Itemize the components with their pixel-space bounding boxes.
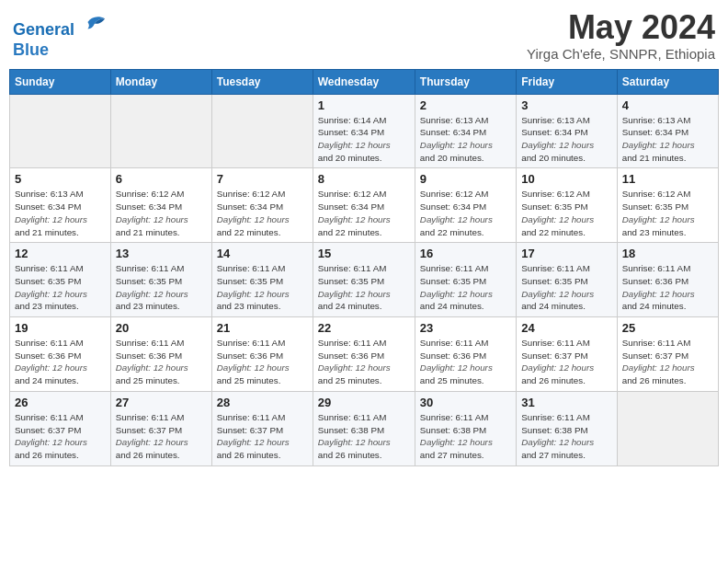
day-number: 28 [217, 396, 308, 409]
daylight-label: Daylight: 12 hours [116, 362, 207, 374]
day-number: 24 [521, 321, 612, 335]
sun-info-line: Sunrise: 6:12 AM [116, 188, 207, 201]
daylight-label: Daylight: 12 hours [420, 288, 511, 301]
column-header-friday: Friday [517, 69, 618, 94]
day-info: Sunrise: 6:11 AMSunset: 6:36 PMDaylight:… [622, 262, 713, 313]
daylight-label: Daylight: 12 hours [420, 436, 511, 449]
sun-info-line: Sunset: 6:36 PM [15, 350, 106, 362]
day-cell: 22Sunrise: 6:11 AMSunset: 6:36 PMDayligh… [313, 317, 415, 392]
day-info: Sunrise: 6:11 AMSunset: 6:37 PMDaylight:… [622, 337, 713, 387]
day-number: 18 [622, 247, 713, 260]
sun-info-line: and 22 minutes. [420, 226, 511, 239]
day-cell: 26Sunrise: 6:11 AMSunset: 6:37 PMDayligh… [10, 391, 111, 465]
sun-info-line: Sunset: 6:36 PM [420, 350, 511, 362]
daylight-label: Daylight: 12 hours [622, 288, 713, 301]
sun-info-line: Sunrise: 6:11 AM [622, 337, 713, 350]
sun-info-line: Sunrise: 6:13 AM [622, 114, 713, 127]
sun-info-line: Sunrise: 6:11 AM [116, 337, 207, 350]
sun-info-line: Sunrise: 6:11 AM [521, 337, 612, 350]
sun-info-line: Sunset: 6:35 PM [521, 275, 612, 288]
day-info: Sunrise: 6:12 AMSunset: 6:34 PMDaylight:… [318, 188, 410, 238]
sun-info-line: and 21 minutes. [622, 152, 713, 165]
daylight-label: Daylight: 12 hours [217, 436, 308, 449]
daylight-label: Daylight: 12 hours [521, 213, 612, 226]
sun-info-line: and 24 minutes. [622, 300, 713, 313]
logo-bird-icon [81, 9, 107, 35]
sun-info-line: Sunrise: 6:11 AM [15, 337, 106, 350]
day-info: Sunrise: 6:11 AMSunset: 6:36 PMDaylight:… [15, 337, 106, 387]
day-info: Sunrise: 6:11 AMSunset: 6:38 PMDaylight:… [318, 411, 410, 462]
week-row-4: 19Sunrise: 6:11 AMSunset: 6:36 PMDayligh… [10, 317, 719, 392]
week-row-5: 26Sunrise: 6:11 AMSunset: 6:37 PMDayligh… [10, 391, 719, 465]
day-cell: 7Sunrise: 6:12 AMSunset: 6:34 PMDaylight… [211, 168, 313, 243]
sun-info-line: Sunrise: 6:11 AM [116, 262, 207, 275]
location: Yirga Ch'efe, SNNPR, Ethiopia [527, 46, 715, 62]
sun-info-line: and 25 minutes. [217, 374, 308, 387]
sun-info-line: Sunset: 6:35 PM [420, 275, 511, 288]
sun-info-line: Sunrise: 6:12 AM [622, 188, 713, 201]
day-info: Sunrise: 6:11 AMSunset: 6:35 PMDaylight:… [318, 262, 410, 313]
day-info: Sunrise: 6:11 AMSunset: 6:36 PMDaylight:… [420, 337, 511, 387]
day-info: Sunrise: 6:11 AMSunset: 6:38 PMDaylight:… [420, 411, 511, 462]
daylight-label: Daylight: 12 hours [318, 213, 410, 226]
sun-info-line: and 24 minutes. [15, 374, 106, 387]
week-row-3: 12Sunrise: 6:11 AMSunset: 6:35 PMDayligh… [10, 243, 719, 317]
sun-info-line: and 24 minutes. [521, 300, 612, 313]
sun-info-line: Sunrise: 6:12 AM [420, 188, 511, 201]
day-info: Sunrise: 6:12 AMSunset: 6:34 PMDaylight:… [217, 188, 308, 238]
sun-info-line: Sunrise: 6:13 AM [15, 188, 106, 201]
sun-info-line: Sunset: 6:37 PM [15, 424, 106, 437]
day-info: Sunrise: 6:14 AMSunset: 6:34 PMDaylight:… [318, 114, 410, 165]
day-cell: 2Sunrise: 6:13 AMSunset: 6:34 PMDaylight… [415, 94, 516, 168]
day-cell: 21Sunrise: 6:11 AMSunset: 6:36 PMDayligh… [211, 317, 313, 392]
sun-info-line: Sunset: 6:34 PM [15, 201, 106, 213]
sun-info-line: Sunset: 6:37 PM [622, 350, 713, 362]
sun-info-line: and 20 minutes. [521, 152, 612, 165]
daylight-label: Daylight: 12 hours [420, 362, 511, 374]
calendar-table: SundayMondayTuesdayWednesdayThursdayFrid… [9, 69, 719, 466]
daylight-label: Daylight: 12 hours [521, 139, 612, 152]
day-number: 4 [622, 98, 713, 112]
daylight-label: Daylight: 12 hours [15, 213, 106, 226]
day-info: Sunrise: 6:11 AMSunset: 6:38 PMDaylight:… [521, 411, 612, 462]
week-row-2: 5Sunrise: 6:13 AMSunset: 6:34 PMDaylight… [10, 168, 719, 243]
day-cell [211, 94, 313, 168]
day-cell: 29Sunrise: 6:11 AMSunset: 6:38 PMDayligh… [313, 391, 415, 465]
day-cell: 15Sunrise: 6:11 AMSunset: 6:35 PMDayligh… [313, 243, 415, 317]
day-cell: 18Sunrise: 6:11 AMSunset: 6:36 PMDayligh… [617, 243, 718, 317]
day-cell: 10Sunrise: 6:12 AMSunset: 6:35 PMDayligh… [517, 168, 618, 243]
sun-info-line: Sunrise: 6:11 AM [420, 337, 511, 350]
sun-info-line: Sunrise: 6:12 AM [217, 188, 308, 201]
sun-info-line: Sunrise: 6:13 AM [420, 114, 511, 127]
column-header-thursday: Thursday [415, 69, 516, 94]
column-header-tuesday: Tuesday [211, 69, 313, 94]
sun-info-line: Sunset: 6:35 PM [116, 275, 207, 288]
column-header-sunday: Sunday [10, 69, 111, 94]
daylight-label: Daylight: 12 hours [521, 288, 612, 301]
day-info: Sunrise: 6:11 AMSunset: 6:36 PMDaylight:… [318, 337, 410, 387]
day-info: Sunrise: 6:13 AMSunset: 6:34 PMDaylight:… [15, 188, 106, 238]
day-number: 30 [420, 396, 511, 409]
sun-info-line: and 26 minutes. [521, 374, 612, 387]
sun-info-line: Sunset: 6:35 PM [521, 201, 612, 213]
sun-info-line: Sunrise: 6:11 AM [420, 262, 511, 275]
day-cell: 16Sunrise: 6:11 AMSunset: 6:35 PMDayligh… [415, 243, 516, 317]
sun-info-line: Sunset: 6:37 PM [521, 350, 612, 362]
sun-info-line: and 26 minutes. [15, 449, 106, 462]
sun-info-line: Sunset: 6:34 PM [217, 201, 308, 213]
daylight-label: Daylight: 12 hours [521, 436, 612, 449]
day-cell: 19Sunrise: 6:11 AMSunset: 6:36 PMDayligh… [10, 317, 111, 392]
sun-info-line: Sunset: 6:37 PM [217, 424, 308, 437]
daylight-label: Daylight: 12 hours [217, 362, 308, 374]
day-info: Sunrise: 6:13 AMSunset: 6:34 PMDaylight:… [420, 114, 511, 165]
day-cell: 24Sunrise: 6:11 AMSunset: 6:37 PMDayligh… [517, 317, 618, 392]
day-cell: 1Sunrise: 6:14 AMSunset: 6:34 PMDaylight… [313, 94, 415, 168]
day-cell: 28Sunrise: 6:11 AMSunset: 6:37 PMDayligh… [211, 391, 313, 465]
sun-info-line: Sunset: 6:38 PM [420, 424, 511, 437]
day-number: 19 [15, 321, 106, 335]
sun-info-line: Sunrise: 6:11 AM [15, 262, 106, 275]
sun-info-line: Sunset: 6:35 PM [217, 275, 308, 288]
column-header-saturday: Saturday [617, 69, 718, 94]
day-info: Sunrise: 6:11 AMSunset: 6:37 PMDaylight:… [217, 411, 308, 462]
logo: General Blue [13, 9, 107, 60]
